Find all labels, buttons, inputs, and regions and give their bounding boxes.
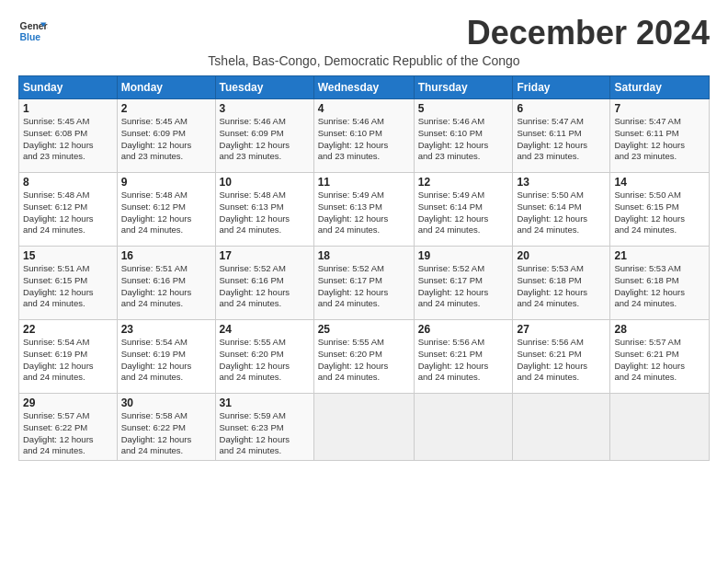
day-number: 1 — [23, 102, 113, 115]
day-number: 15 — [23, 249, 113, 262]
day-info: Sunrise: 5:45 AMSunset: 6:09 PMDaylight:… — [121, 116, 211, 163]
calendar-cell: 27Sunrise: 5:56 AMSunset: 6:21 PMDayligh… — [513, 320, 610, 394]
header-monday: Monday — [117, 76, 215, 99]
day-info: Sunrise: 5:51 AMSunset: 6:16 PMDaylight:… — [121, 263, 211, 310]
day-info: Sunrise: 5:45 AMSunset: 6:08 PMDaylight:… — [23, 116, 113, 163]
day-number: 14 — [614, 176, 705, 189]
day-number: 19 — [418, 249, 509, 262]
day-info: Sunrise: 5:58 AMSunset: 6:22 PMDaylight:… — [121, 410, 211, 457]
logo: General Blue — [18, 17, 48, 46]
calendar-cell: 30Sunrise: 5:58 AMSunset: 6:22 PMDayligh… — [117, 394, 215, 461]
day-info: Sunrise: 5:59 AMSunset: 6:23 PMDaylight:… — [220, 410, 310, 457]
calendar-cell: 5Sunrise: 5:46 AMSunset: 6:10 PMDaylight… — [414, 99, 513, 173]
day-number: 24 — [220, 323, 310, 336]
day-number: 18 — [318, 249, 410, 262]
day-number: 13 — [517, 176, 606, 189]
day-number: 9 — [121, 176, 211, 189]
month-title: December 2024 — [467, 17, 710, 50]
day-info: Sunrise: 5:56 AMSunset: 6:21 PMDaylight:… — [517, 337, 606, 384]
calendar-cell: 31Sunrise: 5:59 AMSunset: 6:23 PMDayligh… — [215, 394, 313, 461]
logo-icon: General Blue — [18, 17, 48, 46]
calendar-cell: 15Sunrise: 5:51 AMSunset: 6:15 PMDayligh… — [19, 247, 118, 320]
day-number: 22 — [23, 323, 113, 336]
calendar-cell: 24Sunrise: 5:55 AMSunset: 6:20 PMDayligh… — [215, 320, 313, 394]
day-info: Sunrise: 5:48 AMSunset: 6:13 PMDaylight:… — [220, 190, 310, 236]
day-number: 11 — [318, 176, 410, 189]
day-number: 16 — [121, 249, 211, 262]
calendar-cell: 6Sunrise: 5:47 AMSunset: 6:11 PMDaylight… — [513, 99, 610, 173]
day-number: 26 — [418, 323, 509, 336]
header: General Blue December 2024 — [18, 17, 710, 50]
calendar-cell — [313, 394, 414, 461]
calendar-cell: 16Sunrise: 5:51 AMSunset: 6:16 PMDayligh… — [117, 247, 215, 320]
day-number: 8 — [23, 176, 113, 189]
header-thursday: Thursday — [414, 76, 513, 99]
day-info: Sunrise: 5:46 AMSunset: 6:10 PMDaylight:… — [318, 116, 410, 163]
title-block: December 2024 — [467, 17, 710, 50]
header-row: Sunday Monday Tuesday Wednesday Thursday… — [19, 76, 710, 99]
day-info: Sunrise: 5:54 AMSunset: 6:19 PMDaylight:… — [23, 337, 113, 384]
calendar-cell: 18Sunrise: 5:52 AMSunset: 6:17 PMDayligh… — [313, 247, 414, 320]
calendar-cell: 28Sunrise: 5:57 AMSunset: 6:21 PMDayligh… — [610, 320, 710, 394]
day-info: Sunrise: 5:55 AMSunset: 6:20 PMDaylight:… — [318, 337, 410, 384]
day-info: Sunrise: 5:46 AMSunset: 6:10 PMDaylight:… — [418, 116, 509, 163]
page: General Blue December 2024 Tshela, Bas-C… — [0, 0, 728, 470]
calendar-cell: 8Sunrise: 5:48 AMSunset: 6:12 PMDaylight… — [19, 173, 118, 247]
day-info: Sunrise: 5:51 AMSunset: 6:15 PMDaylight:… — [23, 263, 113, 310]
day-info: Sunrise: 5:46 AMSunset: 6:09 PMDaylight:… — [220, 116, 310, 163]
day-info: Sunrise: 5:50 AMSunset: 6:15 PMDaylight:… — [614, 190, 705, 236]
calendar-cell: 11Sunrise: 5:49 AMSunset: 6:13 PMDayligh… — [313, 173, 414, 247]
day-number: 5 — [418, 102, 509, 115]
calendar-cell: 1Sunrise: 5:45 AMSunset: 6:08 PMDaylight… — [19, 99, 118, 173]
calendar-cell: 12Sunrise: 5:49 AMSunset: 6:14 PMDayligh… — [414, 173, 513, 247]
day-info: Sunrise: 5:57 AMSunset: 6:21 PMDaylight:… — [614, 337, 705, 384]
day-info: Sunrise: 5:47 AMSunset: 6:11 PMDaylight:… — [614, 116, 705, 163]
calendar-cell: 20Sunrise: 5:53 AMSunset: 6:18 PMDayligh… — [513, 247, 610, 320]
calendar-cell: 13Sunrise: 5:50 AMSunset: 6:14 PMDayligh… — [513, 173, 610, 247]
calendar-cell: 29Sunrise: 5:57 AMSunset: 6:22 PMDayligh… — [19, 394, 118, 461]
header-saturday: Saturday — [610, 76, 710, 99]
day-number: 10 — [220, 176, 310, 189]
day-info: Sunrise: 5:52 AMSunset: 6:17 PMDaylight:… — [318, 263, 410, 310]
day-number: 28 — [614, 323, 705, 336]
calendar-cell — [513, 394, 610, 461]
day-number: 23 — [121, 323, 211, 336]
day-number: 7 — [614, 102, 705, 115]
day-number: 2 — [121, 102, 211, 115]
svg-text:Blue: Blue — [20, 32, 41, 42]
header-friday: Friday — [513, 76, 610, 99]
calendar-cell — [414, 394, 513, 461]
calendar-cell — [610, 394, 710, 461]
day-info: Sunrise: 5:52 AMSunset: 6:16 PMDaylight:… — [220, 263, 310, 310]
day-number: 3 — [220, 102, 310, 115]
day-number: 4 — [318, 102, 410, 115]
subtitle: Tshela, Bas-Congo, Democratic Republic o… — [18, 53, 710, 68]
header-sunday: Sunday — [19, 76, 118, 99]
calendar-cell: 4Sunrise: 5:46 AMSunset: 6:10 PMDaylight… — [313, 99, 414, 173]
calendar-cell: 25Sunrise: 5:55 AMSunset: 6:20 PMDayligh… — [313, 320, 414, 394]
day-number: 27 — [517, 323, 606, 336]
day-info: Sunrise: 5:49 AMSunset: 6:13 PMDaylight:… — [318, 190, 410, 236]
calendar-cell: 23Sunrise: 5:54 AMSunset: 6:19 PMDayligh… — [117, 320, 215, 394]
calendar-cell: 19Sunrise: 5:52 AMSunset: 6:17 PMDayligh… — [414, 247, 513, 320]
day-number: 20 — [517, 249, 606, 262]
calendar-cell: 2Sunrise: 5:45 AMSunset: 6:09 PMDaylight… — [117, 99, 215, 173]
day-info: Sunrise: 5:50 AMSunset: 6:14 PMDaylight:… — [517, 190, 606, 236]
calendar-cell: 14Sunrise: 5:50 AMSunset: 6:15 PMDayligh… — [610, 173, 710, 247]
calendar-cell: 22Sunrise: 5:54 AMSunset: 6:19 PMDayligh… — [19, 320, 118, 394]
header-tuesday: Tuesday — [215, 76, 313, 99]
calendar-cell: 17Sunrise: 5:52 AMSunset: 6:16 PMDayligh… — [215, 247, 313, 320]
calendar-cell: 9Sunrise: 5:48 AMSunset: 6:12 PMDaylight… — [117, 173, 215, 247]
day-number: 21 — [614, 249, 705, 262]
day-info: Sunrise: 5:56 AMSunset: 6:21 PMDaylight:… — [418, 337, 509, 384]
day-info: Sunrise: 5:53 AMSunset: 6:18 PMDaylight:… — [517, 263, 606, 310]
header-wednesday: Wednesday — [313, 76, 414, 99]
day-number: 25 — [318, 323, 410, 336]
day-info: Sunrise: 5:49 AMSunset: 6:14 PMDaylight:… — [418, 190, 509, 236]
day-info: Sunrise: 5:48 AMSunset: 6:12 PMDaylight:… — [121, 190, 211, 236]
day-number: 30 — [121, 396, 211, 409]
day-info: Sunrise: 5:48 AMSunset: 6:12 PMDaylight:… — [23, 190, 113, 236]
calendar-cell: 10Sunrise: 5:48 AMSunset: 6:13 PMDayligh… — [215, 173, 313, 247]
calendar-cell: 3Sunrise: 5:46 AMSunset: 6:09 PMDaylight… — [215, 99, 313, 173]
calendar-cell: 21Sunrise: 5:53 AMSunset: 6:18 PMDayligh… — [610, 247, 710, 320]
